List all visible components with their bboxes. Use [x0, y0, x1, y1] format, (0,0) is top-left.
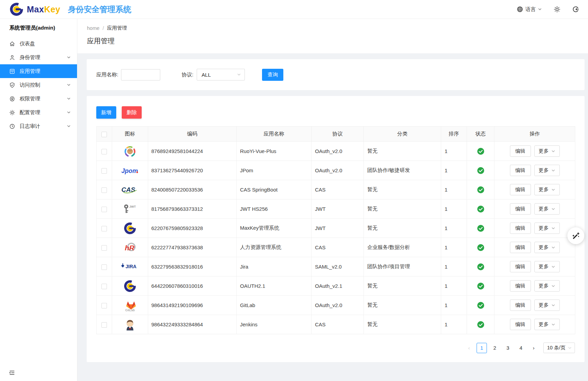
- app-name-input[interactable]: [121, 69, 160, 80]
- sidebar-item-audit[interactable]: 日志审计: [0, 119, 77, 133]
- row-checkbox[interactable]: [101, 187, 107, 193]
- protocol-select[interactable]: ALL: [197, 69, 245, 80]
- more-button[interactable]: 更多: [534, 165, 560, 176]
- edit-button[interactable]: 编辑: [510, 184, 531, 195]
- more-button[interactable]: 更多: [534, 300, 560, 311]
- pagination-page-4[interactable]: 4: [516, 343, 526, 353]
- row-select-cell: [97, 257, 112, 276]
- more-button[interactable]: 更多: [534, 280, 560, 292]
- sidebar-collapse-icon[interactable]: [8, 369, 15, 376]
- app-protocol-cell: CAS: [312, 315, 364, 334]
- more-button[interactable]: 更多: [534, 184, 560, 195]
- cas-logo-icon: CAS: [120, 185, 140, 195]
- edit-button[interactable]: 编辑: [510, 280, 531, 292]
- edit-button[interactable]: 编辑: [510, 203, 531, 215]
- current-user-label: 系统管理员(admin): [0, 19, 77, 37]
- app-icon-cell: hR: [112, 238, 148, 257]
- row-checkbox[interactable]: [101, 226, 107, 231]
- more-button[interactable]: 更多: [534, 145, 560, 157]
- app-sort-cell: 1: [441, 180, 467, 199]
- sidebar-item-access[interactable]: 访问控制: [0, 78, 77, 92]
- sidebar-item-label: 应用管理: [20, 68, 40, 75]
- app-icon-cell: [112, 276, 148, 296]
- jwt-logo-icon: JWT: [122, 203, 138, 215]
- column-header: 应用名称: [237, 127, 312, 142]
- more-button[interactable]: 更多: [534, 261, 560, 272]
- edit-button[interactable]: 编辑: [510, 242, 531, 253]
- row-checkbox[interactable]: [101, 322, 107, 328]
- pagination-page-3[interactable]: 3: [503, 343, 513, 353]
- settings-gear-icon[interactable]: [554, 6, 560, 13]
- row-checkbox[interactable]: [101, 303, 107, 308]
- app-category-cell: 暂无: [364, 296, 441, 315]
- sidebar-item-apps[interactable]: 应用管理: [0, 64, 77, 78]
- gitlab-logo-icon: GitLab: [123, 299, 137, 312]
- table-row: 986432249333284864JenkinsCAS暂无1编辑更多: [97, 315, 575, 334]
- delete-button[interactable]: 删除: [122, 106, 142, 119]
- status-enabled-icon: [477, 206, 484, 213]
- more-button[interactable]: 更多: [534, 242, 560, 253]
- app-sort-cell: 1: [441, 296, 467, 315]
- pagination-next-icon[interactable]: ›: [529, 343, 538, 353]
- app-category-cell: 企业服务/数据分析: [364, 238, 441, 257]
- breadcrumb-current: 应用管理: [107, 25, 127, 31]
- edit-button[interactable]: 编辑: [510, 319, 531, 330]
- app-name-cell: OAUTH2.1: [237, 276, 312, 296]
- app-status-cell: [467, 296, 494, 315]
- add-button[interactable]: 新增: [96, 106, 116, 119]
- pagination-page-2[interactable]: 2: [490, 343, 500, 353]
- user-icon: [9, 55, 15, 61]
- more-button[interactable]: 更多: [534, 319, 560, 330]
- sidebar-item-label: 配置管理: [20, 109, 40, 116]
- app-id-cell: 986431492190109696: [148, 296, 237, 315]
- language-switcher[interactable]: 语言: [516, 6, 542, 13]
- clock-icon: [9, 123, 15, 129]
- sidebar-item-identity[interactable]: 身份管理: [0, 51, 77, 64]
- brand-logo[interactable]: MaxKey 身份安全管理系统: [10, 2, 131, 16]
- column-header: 分类: [364, 127, 441, 142]
- edit-button[interactable]: 编辑: [510, 222, 531, 234]
- chevron-down-icon: [551, 303, 555, 307]
- app-status-cell: [467, 199, 494, 219]
- chevron-down-icon: [67, 83, 71, 87]
- select-all-checkbox[interactable]: [101, 132, 107, 137]
- edit-button[interactable]: 编辑: [510, 300, 531, 311]
- logout-icon[interactable]: [572, 6, 579, 13]
- more-button[interactable]: 更多: [534, 203, 560, 215]
- row-checkbox[interactable]: [101, 245, 107, 251]
- table-header-row: 图标编码应用名称协议分类排序状态操作: [97, 127, 575, 142]
- app-icon-cell: JIRA: [112, 257, 148, 276]
- edit-button[interactable]: 编辑: [510, 165, 531, 176]
- row-select-cell: [97, 315, 112, 334]
- table-row: 644220607860310016OAUTH2.1OAuth_v2.1暂无1编…: [97, 276, 575, 296]
- app-sort-cell: 1: [441, 238, 467, 257]
- status-enabled-icon: [477, 283, 484, 290]
- app-icon-cell: JWT: [112, 199, 148, 219]
- more-button[interactable]: 更多: [534, 222, 560, 234]
- pagination-page-1[interactable]: 1: [477, 343, 487, 353]
- chevron-down-icon: [551, 168, 555, 173]
- search-button[interactable]: 查询: [262, 69, 283, 81]
- sidebar-item-config[interactable]: 配置管理: [0, 106, 77, 119]
- chevron-down-icon: [568, 346, 572, 350]
- row-checkbox[interactable]: [101, 149, 107, 154]
- edit-button[interactable]: 编辑: [510, 261, 531, 272]
- app-id-cell: 622227747938373638: [148, 238, 237, 257]
- row-select-cell: [97, 161, 112, 180]
- row-checkbox[interactable]: [101, 264, 107, 270]
- sidebar-item-dashboard[interactable]: 仪表盘: [0, 37, 77, 51]
- breadcrumb-home-link[interactable]: home: [87, 25, 99, 31]
- table-row: 622076759805923328MaxKey管理系统JWT暂无1编辑更多: [97, 219, 575, 238]
- sidebar-item-permission[interactable]: 权限管理: [0, 92, 77, 106]
- app-id-cell: 876892492581044224: [148, 142, 237, 161]
- row-checkbox[interactable]: [101, 284, 107, 289]
- breadcrumb-separator: /: [102, 25, 104, 31]
- pagination-prev-icon[interactable]: ‹: [464, 343, 474, 353]
- page-size-select[interactable]: 10 条/页: [543, 342, 575, 353]
- row-checkbox[interactable]: [101, 168, 107, 174]
- theme-customizer-button[interactable]: [567, 227, 584, 244]
- sidebar-item-label: 日志审计: [20, 123, 40, 130]
- edit-button[interactable]: 编辑: [510, 145, 531, 157]
- app-sort-cell: 1: [441, 219, 467, 238]
- row-checkbox[interactable]: [101, 207, 107, 212]
